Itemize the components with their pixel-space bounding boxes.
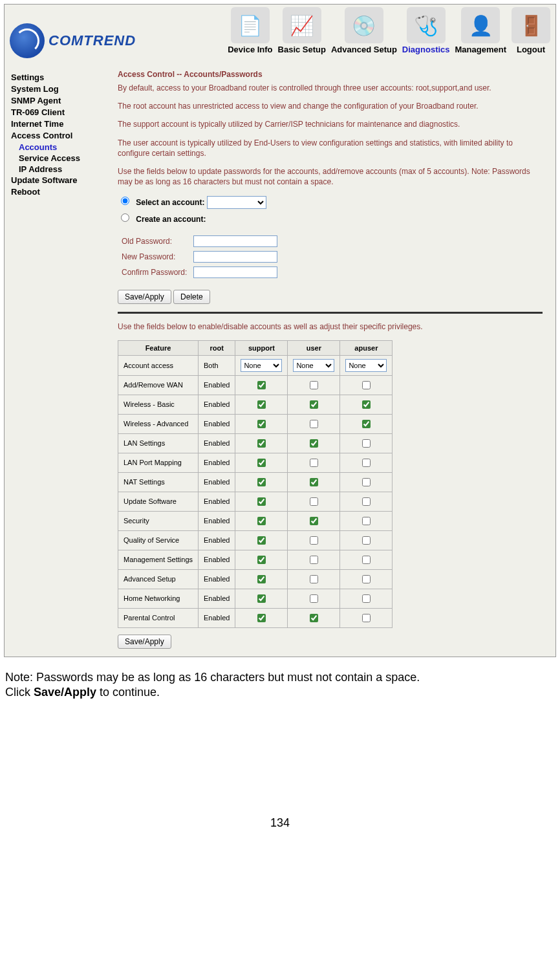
priv-cell bbox=[235, 569, 288, 589]
priv-checkbox-apuser[interactable] bbox=[362, 478, 371, 486]
management-icon: 👤 bbox=[461, 7, 500, 43]
save-apply-button-2[interactable]: Save/Apply bbox=[118, 635, 171, 649]
priv-root: Enabled bbox=[199, 453, 235, 472]
priv-checkbox-apuser[interactable] bbox=[362, 575, 371, 583]
priv-select-cell: None bbox=[288, 355, 340, 375]
priv-checkbox-user[interactable] bbox=[310, 381, 318, 389]
priv-checkbox-apuser[interactable] bbox=[362, 497, 371, 506]
priv-cell bbox=[288, 589, 340, 608]
sidebar-item-update-software[interactable]: Update Software bbox=[11, 175, 100, 185]
priv-checkbox-apuser[interactable] bbox=[362, 439, 371, 448]
nav-item-advanced-setup[interactable]: 💿Advanced Setup bbox=[331, 7, 397, 58]
account-access-select[interactable]: None bbox=[345, 359, 387, 372]
priv-checkbox-support[interactable] bbox=[257, 594, 266, 603]
account-access-select[interactable]: None bbox=[241, 359, 282, 372]
sidebar-item-tr-069-client[interactable]: TR-069 Client bbox=[11, 107, 100, 117]
priv-checkbox-user[interactable] bbox=[310, 439, 318, 448]
priv-checkbox-apuser[interactable] bbox=[362, 459, 371, 467]
priv-checkbox-user[interactable] bbox=[310, 497, 318, 506]
priv-checkbox-apuser[interactable] bbox=[362, 594, 371, 603]
priv-checkbox-support[interactable] bbox=[257, 439, 266, 448]
nav-item-diagnostics[interactable]: 🩺Diagnostics bbox=[402, 7, 450, 58]
priv-cell bbox=[235, 433, 288, 453]
sidebar-subitem-service-access[interactable]: Service Access bbox=[19, 153, 100, 163]
sidebar-item-snmp-agent[interactable]: SNMP Agent bbox=[11, 96, 100, 105]
priv-checkbox-support[interactable] bbox=[257, 478, 266, 486]
priv-cell bbox=[235, 589, 288, 608]
old-password-label: Old Password: bbox=[119, 234, 189, 248]
footnote-line2b: to continue. bbox=[96, 686, 160, 699]
delete-button[interactable]: Delete bbox=[173, 290, 210, 304]
select-account-dropdown[interactable] bbox=[207, 196, 266, 209]
priv-checkbox-user[interactable] bbox=[310, 459, 318, 467]
priv-checkbox-user[interactable] bbox=[310, 556, 318, 564]
priv-checkbox-support[interactable] bbox=[257, 459, 266, 467]
priv-cell bbox=[235, 414, 288, 433]
priv-checkbox-support[interactable] bbox=[257, 517, 266, 525]
sidebar-item-system-log[interactable]: System Log bbox=[11, 84, 100, 94]
priv-root: Enabled bbox=[199, 472, 235, 492]
account-access-select[interactable]: None bbox=[293, 359, 334, 372]
priv-checkbox-user[interactable] bbox=[310, 536, 318, 545]
priv-checkbox-support[interactable] bbox=[257, 420, 266, 428]
priv-cell bbox=[235, 472, 288, 492]
priv-checkbox-user[interactable] bbox=[310, 420, 318, 428]
priv-checkbox-support[interactable] bbox=[257, 614, 266, 622]
confirm-password-input[interactable] bbox=[193, 266, 277, 278]
priv-checkbox-support[interactable] bbox=[257, 536, 266, 545]
priv-cell bbox=[340, 511, 393, 530]
intro-p1: By default, access to your Broadband rou… bbox=[118, 83, 543, 93]
priv-checkbox-user[interactable] bbox=[310, 517, 318, 525]
priv-checkbox-user[interactable] bbox=[310, 575, 318, 583]
priv-checkbox-user[interactable] bbox=[310, 614, 318, 622]
priv-cell bbox=[235, 453, 288, 472]
sidebar-subitem-accounts[interactable]: Accounts bbox=[19, 142, 100, 152]
table-row: LAN Port MappingEnabled bbox=[118, 453, 393, 472]
priv-feature: Update Software bbox=[118, 492, 199, 511]
priv-checkbox-apuser[interactable] bbox=[362, 420, 371, 428]
table-row: Update SoftwareEnabled bbox=[118, 492, 393, 511]
new-password-input[interactable] bbox=[193, 251, 277, 263]
priv-checkbox-support[interactable] bbox=[257, 381, 266, 389]
priv-checkbox-apuser[interactable] bbox=[362, 614, 371, 622]
priv-checkbox-support[interactable] bbox=[257, 575, 266, 583]
priv-root: Enabled bbox=[199, 550, 235, 569]
basic-setup-icon: 📈 bbox=[283, 7, 321, 43]
sidebar-item-internet-time[interactable]: Internet Time bbox=[11, 119, 100, 129]
priv-checkbox-user[interactable] bbox=[310, 400, 318, 409]
select-account-radio[interactable] bbox=[121, 197, 129, 205]
priv-feature: Quality of Service bbox=[118, 530, 199, 550]
nav-label: Advanced Setup bbox=[331, 45, 397, 54]
sidebar-item-reboot[interactable]: Reboot bbox=[11, 187, 100, 197]
old-password-input[interactable] bbox=[193, 235, 277, 247]
nav-label: Diagnostics bbox=[402, 45, 450, 54]
nav-item-device-info[interactable]: 📄Device Info bbox=[228, 7, 272, 58]
priv-root: Enabled bbox=[199, 589, 235, 608]
content-pane: Access Control -- Accounts/Passwords By … bbox=[105, 58, 555, 657]
priv-checkbox-support[interactable] bbox=[257, 400, 266, 409]
priv-checkbox-user[interactable] bbox=[310, 594, 318, 603]
save-apply-button[interactable]: Save/Apply bbox=[118, 290, 171, 304]
sidebar-item-access-control[interactable]: Access Control bbox=[11, 131, 100, 140]
priv-checkbox-apuser[interactable] bbox=[362, 381, 371, 389]
priv-checkbox-apuser[interactable] bbox=[362, 400, 371, 409]
header: COMTREND 📄Device Info📈Basic Setup💿Advanc… bbox=[5, 5, 555, 58]
body-area: SettingsSystem LogSNMP AgentTR-069 Clien… bbox=[5, 58, 555, 657]
nav-item-basic-setup[interactable]: 📈Basic Setup bbox=[278, 7, 326, 58]
sidebar-subitem-ip-address[interactable]: IP Address bbox=[19, 164, 100, 174]
sidebar-item-settings[interactable]: Settings bbox=[11, 72, 100, 82]
priv-checkbox-user[interactable] bbox=[310, 478, 318, 486]
priv-checkbox-support[interactable] bbox=[257, 556, 266, 564]
nav-item-logout[interactable]: 🚪Logout bbox=[512, 7, 550, 58]
footnote-line2a: Click bbox=[5, 686, 34, 699]
priv-cell bbox=[288, 453, 340, 472]
create-account-radio[interactable] bbox=[121, 213, 129, 222]
priv-checkbox-apuser[interactable] bbox=[362, 556, 371, 564]
nav-item-management[interactable]: 👤Management bbox=[455, 7, 506, 58]
priv-header: user bbox=[288, 340, 340, 355]
priv-checkbox-support[interactable] bbox=[257, 497, 266, 506]
priv-checkbox-apuser[interactable] bbox=[362, 536, 371, 545]
select-account-label: Select an account: bbox=[136, 198, 204, 207]
priv-checkbox-apuser[interactable] bbox=[362, 517, 371, 525]
divider bbox=[118, 312, 543, 314]
